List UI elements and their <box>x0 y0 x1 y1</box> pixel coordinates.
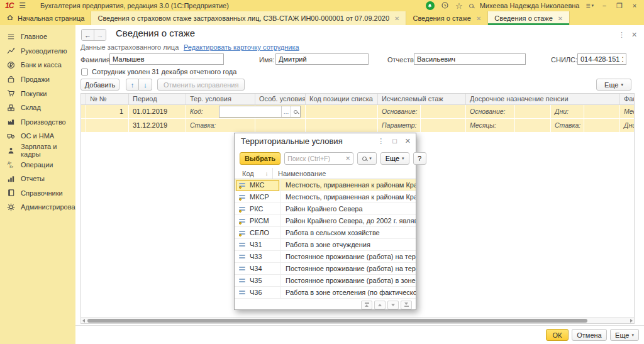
row-calc-param-value-cell <box>421 119 466 133</box>
list-row-rksm[interactable]: РКСМ Район Крайнего Севера, до 2002 г. я… <box>235 215 416 227</box>
search-icon[interactable] <box>469 4 474 8</box>
tab-close-icon[interactable]: ✕ <box>558 15 563 22</box>
tab-svedeniya-1[interactable]: Сведения о стаже ✕ <box>406 11 488 25</box>
tab-home[interactable]: Начальная страница <box>0 11 91 25</box>
lastname-field[interactable] <box>109 53 224 65</box>
row-ter-code-cell[interactable]: Код: … <box>186 105 255 119</box>
row-fact-days-label-cell: Дни: <box>620 119 635 133</box>
1c-logo-icon: 1С <box>5 1 13 10</box>
list-row-ch36[interactable]: Ч36 Работа в зоне отселения (по фактичес… <box>235 287 416 299</box>
row-name: Район Крайнего Севера, до 2002 г. являвш… <box>280 215 416 226</box>
sidebar-item-zarplata-i-kadry[interactable]: Зарплата и кадры <box>0 143 75 158</box>
tab-close-icon[interactable]: ✕ <box>394 15 399 22</box>
service-menu-icon[interactable]: ≡▾ <box>586 2 594 9</box>
list-row-ch35[interactable]: Ч35 Постоянное проживание (работа) в зон… <box>235 275 416 287</box>
sidebar-item-operacii[interactable]: ДтКт Операции <box>0 157 75 172</box>
row-calc-basis-value-cell <box>421 105 466 119</box>
sidebar-item-pokupki[interactable]: Покупки <box>0 86 75 101</box>
form-close-icon[interactable]: ✕ <box>631 31 637 39</box>
row-calc-basis-label-cell: Основание: <box>378 105 421 119</box>
search-options-button[interactable]: ▾ <box>357 152 377 165</box>
sidebar-item-administrirovanie[interactable]: Администрирование <box>0 200 75 214</box>
favorites-star-icon[interactable]: ☆ <box>455 2 463 10</box>
toolbar-more-button[interactable]: Еще▾ <box>596 79 631 91</box>
move-up-icon[interactable]: ↑ <box>126 79 139 91</box>
row-date-from-cell[interactable]: 01.01.2019 <box>129 105 186 119</box>
sidebar-label: ОС и НМА <box>21 132 54 140</box>
sidebar-label: Покупки <box>21 90 47 97</box>
sidebar-item-sklad[interactable]: Склад <box>0 101 75 115</box>
sidebar-item-os-i-nma[interactable]: ОС и НМА <box>0 129 75 143</box>
tab-bar: Начальная страница Сведения о страховом … <box>0 11 644 25</box>
history-icon[interactable] <box>441 1 449 11</box>
home-icon <box>6 14 14 23</box>
add-button[interactable]: Добавить <box>80 79 119 91</box>
list-row-ch33[interactable]: Ч33 Постоянное проживание (работа) на те… <box>235 251 416 263</box>
list-row-ch31[interactable]: Ч31 Работа в зоне отчуждения <box>235 239 416 251</box>
list-row-mksr[interactable]: МКСР Местность, приравненная к районам К… <box>235 191 416 203</box>
list-row-rks[interactable]: РКС Район Крайнего Севера <box>235 203 416 215</box>
main-menu-icon[interactable]: ☰ <box>19 2 26 9</box>
row-pos-cell <box>306 105 378 119</box>
row-ter-rate-cell: Ставка: <box>186 119 255 133</box>
sidebar-item-prodazhi[interactable]: Продажи <box>0 72 75 87</box>
minimize-icon[interactable]: − <box>600 2 609 9</box>
sidebar-item-bank-i-kassa[interactable]: Банк и касса <box>0 58 75 72</box>
grid-header-num: № № <box>86 94 129 104</box>
sidebar-item-glavnoe[interactable]: Главное <box>0 30 75 44</box>
notifications-icon[interactable] <box>426 1 435 10</box>
move-down-icon[interactable]: ↓ <box>139 79 152 91</box>
row-code: Ч31 <box>250 241 280 248</box>
choose-ellipsis-icon[interactable]: … <box>281 106 291 117</box>
svg-text:Кт: Кт <box>9 165 13 169</box>
firstname-field[interactable] <box>275 53 369 65</box>
form-more-icon[interactable]: ⋮ <box>618 31 625 39</box>
sidebar-item-proizvodstvo[interactable]: Производство <box>0 115 75 130</box>
maximize-icon[interactable]: ❐ <box>615 2 624 10</box>
sidebar-item-otchety[interactable]: Отчеты <box>0 172 75 186</box>
dismissed-checkbox[interactable] <box>81 69 88 75</box>
tab-close-icon[interactable]: ✕ <box>476 15 481 22</box>
cart-icon <box>7 89 15 97</box>
edit-employee-card-link[interactable]: Редактировать карточку сотрудника <box>184 43 299 51</box>
scroll-right-icon[interactable] <box>630 319 633 323</box>
select-button[interactable]: Выбрать <box>240 152 280 165</box>
help-button[interactable]: ? <box>413 152 426 165</box>
clear-search-icon[interactable]: ✕ <box>346 155 351 162</box>
current-user[interactable]: Михеева Надежда Николаевна <box>480 2 580 9</box>
footer-more-button[interactable]: Еще▾ <box>610 329 639 341</box>
list-row-selo[interactable]: СЕЛО Работа в сельском хозяйстве <box>235 227 416 239</box>
ok-button[interactable]: ОК <box>546 329 569 341</box>
snils-field[interactable] <box>577 53 626 65</box>
middlename-field[interactable] <box>414 53 526 65</box>
horizontal-scrollbar[interactable] <box>81 317 634 323</box>
search-input[interactable] <box>287 155 345 162</box>
row-osob-cell <box>255 119 306 133</box>
list-row-mks[interactable]: МКС Местность, приравненная к районам Кр… <box>235 179 416 191</box>
column-header-name[interactable]: Наименование <box>272 168 416 179</box>
dialog-maximize-icon[interactable]: □ <box>392 137 397 145</box>
dialog-more-button[interactable]: Еще▾ <box>380 152 409 165</box>
row-num-empty-cell <box>86 119 129 133</box>
close-window-icon[interactable]: × <box>630 2 639 9</box>
dialog-close-icon[interactable]: ✕ <box>405 137 411 145</box>
row-name: Постоянное проживание (работа) на террит… <box>280 263 416 274</box>
open-magnifier-icon[interactable] <box>291 106 300 117</box>
sidebar-item-spravochniki[interactable]: Справочники <box>0 186 75 201</box>
back-arrow-icon[interactable]: ← <box>82 30 94 40</box>
ter-code-input[interactable] <box>219 106 281 117</box>
trend-chart-icon <box>7 47 15 55</box>
column-header-code[interactable]: Код↓ <box>235 170 272 177</box>
tab-szv-stazh[interactable]: Сведения о страховом стаже застрахованны… <box>91 11 406 25</box>
row-code: МКС <box>250 181 280 189</box>
dialog-more-icon[interactable]: ⋮ <box>377 137 384 145</box>
sidebar-item-rukovoditelyu[interactable]: Руководителю <box>0 44 75 58</box>
titlebar-actions: ☆ Михеева Надежда Николаевна ≡▾ − ❐ × <box>426 1 639 11</box>
scrollbar-thumb[interactable] <box>87 319 587 323</box>
list-row-ch34[interactable]: Ч34 Постоянное проживание (работа) на те… <box>235 263 416 275</box>
cancel-button[interactable]: Отмена <box>572 329 607 341</box>
tab-svedeniya-2-active[interactable]: Сведения о стаже ✕ <box>488 11 570 25</box>
scroll-left-icon[interactable] <box>82 319 85 323</box>
row-num-cell[interactable]: 1 <box>86 105 129 119</box>
row-date-to-cell[interactable]: 31.12.2019 <box>129 119 186 133</box>
